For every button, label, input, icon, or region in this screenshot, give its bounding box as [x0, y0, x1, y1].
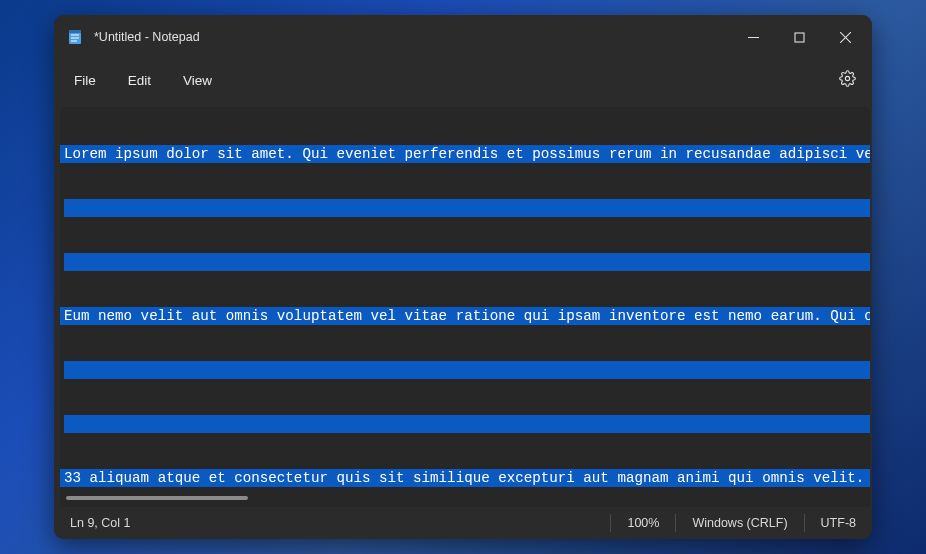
editor-area: Lorem ipsum dolor sit amet. Qui eveniet … [60, 107, 870, 507]
notepad-icon [66, 28, 84, 46]
settings-button[interactable] [830, 63, 864, 97]
close-button[interactable] [822, 15, 868, 59]
status-line-ending: Windows (CRLF) [676, 513, 803, 533]
text-line [64, 199, 870, 217]
status-encoding: UTF-8 [805, 513, 872, 533]
minimize-button[interactable] [730, 15, 776, 59]
status-zoom: 100% [611, 513, 675, 533]
window-controls [730, 15, 868, 59]
svg-point-9 [845, 76, 849, 80]
menu-edit[interactable]: Edit [116, 67, 163, 94]
window-title: *Untitled - Notepad [94, 30, 200, 44]
menu-view[interactable]: View [171, 67, 224, 94]
maximize-button[interactable] [776, 15, 822, 59]
text-line: Eum nemo velit aut omnis voluptatem vel … [60, 307, 870, 325]
svg-rect-1 [69, 30, 81, 33]
text-line: 33 aliquam atque et consectetur quis sit… [60, 469, 870, 487]
titlebar[interactable]: *Untitled - Notepad [54, 15, 872, 59]
notepad-window: *Untitled - Notepad File Edit View Lorem… [54, 15, 872, 539]
horizontal-scrollbar[interactable] [60, 493, 870, 505]
menu-file[interactable]: File [62, 67, 108, 94]
svg-rect-6 [795, 33, 804, 42]
text-line [64, 361, 870, 379]
text-editor[interactable]: Lorem ipsum dolor sit amet. Qui eveniet … [60, 107, 870, 493]
text-line: Lorem ipsum dolor sit amet. Qui eveniet … [60, 145, 870, 163]
statusbar: Ln 9, Col 1 100% Windows (CRLF) UTF-8 [54, 507, 872, 539]
text-line [64, 253, 870, 271]
menubar: File Edit View [54, 59, 872, 101]
scroll-thumb[interactable] [66, 496, 248, 500]
text-line [64, 415, 870, 433]
gear-icon [839, 70, 856, 91]
status-position: Ln 9, Col 1 [54, 513, 146, 533]
